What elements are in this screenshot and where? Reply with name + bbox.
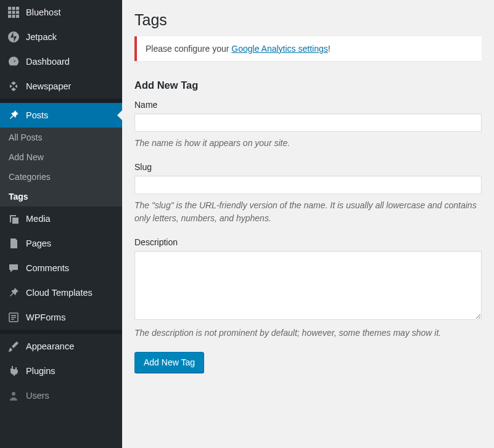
bluehost-icon — [7, 6, 20, 18]
sidebar-label-pages: Pages — [26, 238, 51, 248]
sidebar-sub-tags[interactable]: Tags — [0, 187, 122, 206]
notice-text-pre: Please configure your — [146, 44, 231, 54]
svg-rect-2 — [16, 7, 19, 10]
svg-rect-1 — [12, 7, 15, 10]
sidebar-label-jetpack: Jetpack — [26, 32, 57, 42]
svg-rect-5 — [16, 11, 19, 14]
sidebar-sub-add-new[interactable]: Add New — [0, 147, 122, 167]
notice-ga: Please configure your Google Analytics s… — [134, 36, 482, 61]
sidebar-item-dashboard[interactable]: Dashboard — [0, 49, 122, 74]
sidebar-item-plugins[interactable]: Plugins — [0, 359, 122, 383]
pin-icon — [7, 287, 20, 299]
label-name: Name — [134, 100, 482, 110]
comments-icon — [7, 262, 20, 274]
sidebar-item-comments[interactable]: Comments — [0, 256, 122, 280]
sidebar-item-pages[interactable]: Pages — [0, 231, 122, 256]
page-title: Tags — [134, 0, 482, 36]
input-name[interactable] — [134, 113, 482, 132]
sidebar-sub-all-posts[interactable]: All Posts — [0, 128, 122, 147]
newspaper-icon — [7, 80, 20, 92]
sidebar-label-wpforms: WPForms — [26, 312, 65, 322]
svg-rect-0 — [8, 7, 11, 10]
label-slug: Slug — [134, 162, 482, 172]
sidebar-label-cloud-templates: Cloud Templates — [26, 288, 93, 298]
sidebar-separator — [0, 99, 122, 103]
svg-rect-8 — [16, 15, 19, 18]
add-new-tag-button[interactable]: Add New Tag — [134, 352, 204, 373]
sidebar-item-appearance[interactable]: Appearance — [0, 334, 122, 359]
notice-link[interactable]: Google Analytics settings — [231, 44, 327, 54]
svg-rect-3 — [8, 11, 11, 14]
users-icon — [7, 389, 20, 402]
input-description[interactable] — [134, 251, 482, 320]
input-slug[interactable] — [134, 176, 482, 194]
sidebar-label-users: Users — [26, 391, 49, 401]
pin-icon — [7, 109, 20, 121]
svg-point-14 — [12, 392, 15, 396]
sidebar-label-appearance: Appearance — [26, 341, 74, 351]
jetpack-icon — [7, 31, 20, 43]
sidebar-item-bluehost[interactable]: Bluehost — [0, 0, 122, 25]
sidebar-submenu-posts: All Posts Add New Categories Tags — [0, 128, 122, 206]
sidebar-label-dashboard: Dashboard — [26, 57, 70, 67]
sidebar-item-media[interactable]: Media — [0, 206, 122, 231]
sidebar: Bluehost Jetpack Dashboard Newspaper Pos… — [0, 0, 122, 448]
plug-icon — [7, 365, 20, 377]
sidebar-label-newspaper: Newspaper — [26, 81, 71, 91]
sidebar-item-newspaper[interactable]: Newspaper — [0, 74, 122, 99]
svg-rect-4 — [12, 11, 15, 14]
svg-rect-6 — [8, 15, 11, 18]
svg-point-9 — [8, 31, 19, 43]
sidebar-label-comments: Comments — [26, 263, 69, 273]
notice-text-post: ! — [328, 44, 331, 54]
label-description: Description — [134, 237, 482, 247]
sidebar-item-jetpack[interactable]: Jetpack — [0, 25, 122, 49]
pages-icon — [7, 237, 20, 250]
help-name: The name is how it appears on your site. — [134, 137, 482, 150]
sidebar-label-bluehost: Bluehost — [26, 7, 60, 17]
sidebar-item-wpforms[interactable]: WPForms — [0, 305, 122, 330]
sidebar-item-users[interactable]: Users — [0, 383, 122, 408]
help-description: The description is not prominent by defa… — [134, 327, 482, 340]
media-icon — [7, 213, 20, 225]
sidebar-label-posts: Posts — [26, 110, 48, 120]
wpforms-icon — [7, 311, 20, 324]
sidebar-label-media: Media — [26, 214, 51, 224]
brush-icon — [7, 340, 20, 352]
sidebar-item-cloud-templates[interactable]: Cloud Templates — [0, 280, 122, 305]
main-content: Tags Please configure your Google Analyt… — [122, 0, 494, 448]
sidebar-label-plugins: Plugins — [26, 366, 56, 376]
section-title-add-tag: Add New Tag — [134, 79, 482, 91]
sidebar-sub-categories[interactable]: Categories — [0, 167, 122, 187]
dashboard-icon — [7, 55, 20, 68]
help-slug: The "slug" is the URL-friendly version o… — [134, 199, 482, 225]
sidebar-item-posts[interactable]: Posts — [0, 103, 122, 128]
svg-rect-7 — [12, 15, 15, 18]
sidebar-separator — [0, 330, 122, 334]
